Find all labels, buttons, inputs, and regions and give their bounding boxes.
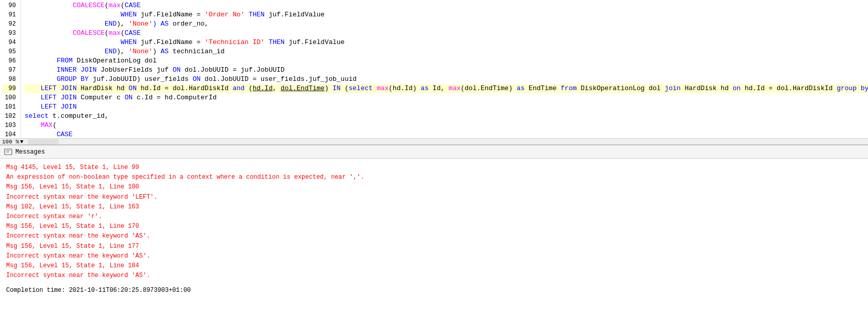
- error-message-3: Incorrect syntax near the keyword 'LEFT'…: [6, 193, 862, 202]
- line-number-104: 104: [2, 130, 16, 138]
- token: and: [233, 84, 245, 93]
- token: juf.JobUUID) user_fields: [89, 75, 193, 84]
- token: ),: [116, 47, 128, 56]
- line-number-97: 97: [2, 66, 16, 75]
- token: max: [449, 84, 460, 93]
- token: ): [325, 84, 333, 93]
- error-message-6: Msg 156, Level 15, State 1, Line 170: [6, 222, 862, 231]
- token: ON: [173, 66, 181, 75]
- scrollbar-area[interactable]: 100 % ▼: [0, 138, 868, 144]
- token: [25, 1, 73, 10]
- token: technician_id: [169, 47, 225, 56]
- token: dol.JobUUID = juf.JobUUID: [180, 66, 285, 75]
- code-line-95: END), 'None') AS technician_id: [25, 47, 868, 56]
- token: select: [349, 84, 373, 93]
- error-message-4: Msg 102, Level 15, State 1, Line 163: [6, 202, 862, 212]
- token: max: [109, 1, 120, 10]
- token: ON: [125, 93, 133, 102]
- messages-icon: [4, 148, 12, 156]
- zoom-value: 100 %: [2, 139, 19, 145]
- token: (: [340, 84, 349, 93]
- error-message-1: An expression of non-boolean type specif…: [6, 173, 862, 182]
- token: [25, 66, 56, 75]
- line-number-102: 102: [2, 112, 16, 121]
- code-line-99: LEFT JOIN HardDisk hd ON hd.Id = dol.Har…: [25, 84, 868, 93]
- code-line-101: LEFT JOIN: [25, 102, 868, 112]
- token: (hd.Id): [389, 84, 420, 93]
- code-line-98: GROUP BY juf.JobUUID) user_fields ON dol…: [25, 75, 868, 84]
- token: COALESCE: [73, 1, 105, 10]
- token: CASE: [125, 1, 140, 10]
- token: [25, 93, 41, 102]
- token: ) AS: [153, 19, 169, 29]
- token: HardDisk hd: [76, 84, 128, 93]
- code-line-93: COALESCE(max(CASE: [25, 29, 868, 38]
- token: juf.FieldName: [136, 10, 196, 19]
- zoom-dropdown-arrow[interactable]: ▼: [20, 139, 24, 145]
- token: [25, 19, 105, 29]
- line-number-92: 92: [2, 19, 16, 29]
- code-line-92: END), 'None') AS order_no,: [25, 19, 868, 29]
- token: juf.FieldName: [136, 38, 196, 47]
- line-number-91: 91: [2, 10, 16, 19]
- token: [25, 84, 41, 93]
- token: LEFT JOIN: [41, 84, 76, 93]
- code-lines[interactable]: COALESCE(max(CASE WHEN juf.FieldName = '…: [21, 0, 868, 138]
- messages-tab-label: Messages: [15, 148, 45, 156]
- token: max: [377, 84, 389, 93]
- token: THEN: [245, 10, 265, 19]
- line-number-103: 103: [2, 121, 16, 130]
- token: END: [105, 47, 116, 56]
- error-message-9: Incorrect syntax near the keyword 'AS'.: [6, 251, 862, 261]
- token: COALESCE: [73, 29, 105, 38]
- token: [25, 56, 56, 66]
- token: max: [109, 29, 120, 38]
- token: (: [53, 121, 57, 130]
- token: [25, 75, 56, 84]
- token: as: [420, 84, 429, 93]
- token: ,: [273, 84, 281, 93]
- token: WHEN: [120, 10, 136, 19]
- token: ): [153, 47, 161, 56]
- token: DiskOperationLog dol: [577, 84, 665, 93]
- token: (: [120, 29, 125, 38]
- token: 'None': [129, 19, 153, 29]
- token: IN: [333, 84, 341, 93]
- line-number-101: 101: [2, 102, 16, 112]
- token: (: [105, 1, 109, 10]
- code-line-96: FROM DiskOperationLog dol: [25, 56, 868, 66]
- line-number-98: 98: [2, 75, 16, 84]
- messages-content[interactable]: Msg 4145, Level 15, State 1, Line 99An e…: [0, 159, 868, 319]
- token: =: [196, 10, 205, 19]
- token: ON: [193, 75, 201, 84]
- token: [25, 38, 120, 47]
- line-number-96: 96: [2, 56, 16, 66]
- token: DiskOperationLog dol: [73, 56, 157, 66]
- token: from: [561, 84, 577, 93]
- token: t.computer_id,: [49, 112, 109, 121]
- code-container: 9091929394959697989910010110210310410510…: [0, 0, 868, 138]
- token: THEN: [265, 38, 285, 47]
- token: HardDisk hd: [681, 84, 733, 93]
- token: as: [517, 84, 525, 93]
- token: WHEN: [120, 38, 136, 47]
- token: EndTime: [524, 84, 560, 93]
- token: hd.Id = dol.HardDiskId: [741, 84, 837, 93]
- code-line-90: COALESCE(max(CASE: [25, 1, 868, 10]
- token: [25, 102, 41, 112]
- token: Id,: [429, 84, 449, 93]
- token: (dol.EndTime): [460, 84, 516, 93]
- token: MAX: [41, 121, 52, 130]
- token: CASE: [125, 29, 140, 38]
- error-message-11: Incorrect syntax near the keyword 'AS'.: [6, 271, 862, 281]
- code-line-102: select t.computer_id,: [25, 112, 868, 121]
- token: on: [733, 84, 741, 93]
- editor-area: 9091929394959697989910010110210310410510…: [0, 0, 868, 138]
- token: hd.Id: [253, 84, 273, 93]
- code-line-94: WHEN juf.FieldName = 'Technician ID' THE…: [25, 38, 868, 47]
- error-message-10: Msg 156, Level 15, State 1, Line 184: [6, 261, 862, 271]
- code-line-100: LEFT JOIN Computer c ON c.Id = hd.Comput…: [25, 93, 868, 102]
- token: join: [664, 84, 680, 93]
- token: (: [120, 1, 125, 10]
- line-number-93: 93: [2, 29, 16, 38]
